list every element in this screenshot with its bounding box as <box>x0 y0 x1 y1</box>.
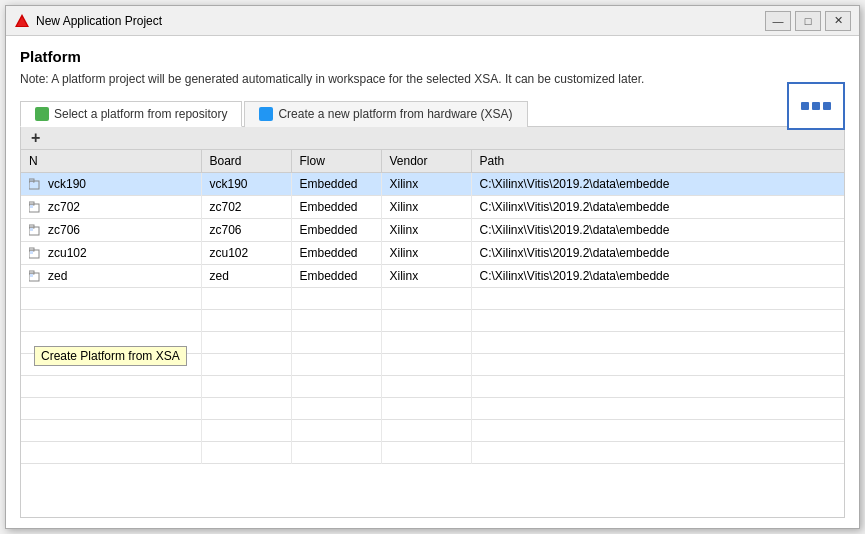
minimize-button[interactable]: — <box>765 11 791 31</box>
empty-cell <box>201 441 291 463</box>
tab-select-repository[interactable]: Select a platform from repository <box>20 101 242 127</box>
table-body: vck190 vck190EmbeddedXilinxC:\Xilinx\Vit… <box>21 172 844 463</box>
row-flow: Embedded <box>291 195 381 218</box>
empty-cell <box>471 353 844 375</box>
row-name: zc702 <box>48 200 80 214</box>
table-row[interactable]: vck190 vck190EmbeddedXilinxC:\Xilinx\Vit… <box>21 172 844 195</box>
empty-cell <box>471 441 844 463</box>
empty-cell <box>21 287 201 309</box>
row-path: C:\Xilinx\Vitis\2019.2\data\embedde <box>471 172 844 195</box>
table-row[interactable]: zcu102 zcu102EmbeddedXilinxC:\Xilinx\Vit… <box>21 241 844 264</box>
row-icon <box>29 246 43 260</box>
row-flow: Embedded <box>291 172 381 195</box>
tab-hw-icon <box>259 107 273 121</box>
tab-create-hardware[interactable]: Create a new platform from hardware (XSA… <box>244 101 527 127</box>
empty-cell <box>21 441 201 463</box>
row-board: zc706 <box>201 218 291 241</box>
empty-cell <box>471 419 844 441</box>
row-name: zc706 <box>48 223 80 237</box>
empty-cell <box>201 331 291 353</box>
empty-cell <box>291 287 381 309</box>
empty-cell <box>291 441 381 463</box>
row-path: C:\Xilinx\Vitis\2019.2\data\embedde <box>471 218 844 241</box>
row-flow: Embedded <box>291 264 381 287</box>
table-row-empty <box>21 309 844 331</box>
empty-cell <box>201 375 291 397</box>
empty-cell <box>21 397 201 419</box>
empty-cell <box>291 353 381 375</box>
table-row[interactable]: zc702 zc702EmbeddedXilinxC:\Xilinx\Vitis… <box>21 195 844 218</box>
empty-cell <box>381 309 471 331</box>
content-area: Platform Note: A platform project will b… <box>6 36 859 528</box>
col-header-flow: Flow <box>291 150 381 173</box>
empty-cell <box>381 441 471 463</box>
main-window: New Application Project — □ ✕ Platform N… <box>5 5 860 529</box>
add-button[interactable]: + <box>27 130 44 146</box>
table-row-empty <box>21 287 844 309</box>
row-vendor: Xilinx <box>381 195 471 218</box>
table-row[interactable]: zed zedEmbeddedXilinxC:\Xilinx\Vitis\201… <box>21 264 844 287</box>
empty-cell <box>21 419 201 441</box>
title-bar: New Application Project — □ ✕ <box>6 6 859 36</box>
empty-cell <box>471 397 844 419</box>
row-board: zc702 <box>201 195 291 218</box>
table-row-empty <box>21 397 844 419</box>
table-row-empty <box>21 353 844 375</box>
tab-hw-label: Create a new platform from hardware (XSA… <box>278 107 512 121</box>
empty-cell <box>381 375 471 397</box>
row-icon <box>29 177 43 191</box>
svg-rect-10 <box>30 228 33 231</box>
row-vendor: Xilinx <box>381 264 471 287</box>
table-container[interactable]: N Board Flow Vendor Path vck190 vck190Em… <box>20 150 845 518</box>
empty-cell <box>201 419 291 441</box>
row-icon <box>29 269 43 283</box>
empty-cell <box>291 375 381 397</box>
table-row-empty <box>21 419 844 441</box>
table-header-row: N Board Flow Vendor Path <box>21 150 844 173</box>
row-vendor: Xilinx <box>381 172 471 195</box>
empty-cell <box>291 331 381 353</box>
empty-cell <box>21 331 201 353</box>
note-text: Note: A platform project will be generat… <box>20 71 845 88</box>
window-controls: — □ ✕ <box>765 11 851 31</box>
row-path: C:\Xilinx\Vitis\2019.2\data\embedde <box>471 195 844 218</box>
row-vendor: Xilinx <box>381 218 471 241</box>
row-board: vck190 <box>201 172 291 195</box>
row-board: zcu102 <box>201 241 291 264</box>
empty-cell <box>471 331 844 353</box>
col-header-board: Board <box>201 150 291 173</box>
tabs-row: Select a platform from repository Create… <box>20 100 845 127</box>
platform-icon-dots <box>801 102 831 110</box>
svg-rect-16 <box>30 274 33 277</box>
svg-rect-4 <box>30 182 33 185</box>
empty-cell <box>21 309 201 331</box>
table-row-empty <box>21 441 844 463</box>
row-flow: Embedded <box>291 218 381 241</box>
table-row-empty <box>21 375 844 397</box>
empty-cell <box>381 287 471 309</box>
empty-cell <box>201 287 291 309</box>
tab-repo-icon <box>35 107 49 121</box>
empty-cell <box>201 397 291 419</box>
empty-cell <box>291 309 381 331</box>
row-vendor: Xilinx <box>381 241 471 264</box>
maximize-button[interactable]: □ <box>795 11 821 31</box>
col-header-name: N <box>21 150 201 173</box>
empty-cell <box>381 419 471 441</box>
empty-cell <box>201 309 291 331</box>
row-board: zed <box>201 264 291 287</box>
empty-cell <box>21 375 201 397</box>
empty-cell <box>291 419 381 441</box>
row-name: zed <box>48 269 67 283</box>
close-button[interactable]: ✕ <box>825 11 851 31</box>
row-path: C:\Xilinx\Vitis\2019.2\data\embedde <box>471 264 844 287</box>
table-wrap: Create Platform from XSA N Board Flow Ve… <box>20 150 845 518</box>
empty-cell <box>381 331 471 353</box>
row-icon <box>29 200 43 214</box>
table-row[interactable]: zc706 zc706EmbeddedXilinxC:\Xilinx\Vitis… <box>21 218 844 241</box>
row-name: zcu102 <box>48 246 87 260</box>
row-icon <box>29 223 43 237</box>
table-row-empty <box>21 331 844 353</box>
empty-cell <box>471 287 844 309</box>
row-name: vck190 <box>48 177 86 191</box>
